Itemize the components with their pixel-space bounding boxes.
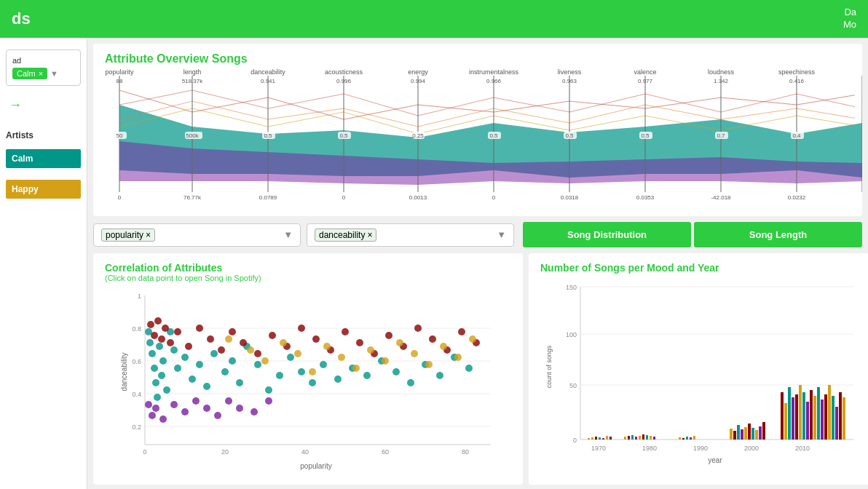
svg-text:year: year [708,456,722,464]
svg-rect-270 [802,392,805,440]
navigate-arrow[interactable]: → [6,95,81,116]
svg-point-122 [151,365,158,372]
top-bar: ds Da Mo [0,0,868,38]
svg-text:0.0318: 0.0318 [561,194,579,201]
svg-line-13 [268,94,344,108]
svg-point-132 [181,354,189,361]
svg-line-22 [192,101,268,119]
svg-point-202 [454,354,462,361]
svg-point-196 [367,346,374,354]
svg-point-198 [396,339,403,346]
bar-chart-container: Number of Songs per Mood and Year 150 10… [529,253,868,485]
svg-rect-239 [609,437,612,440]
svg-text:0.0353: 0.0353 [636,194,655,201]
svg-point-213 [225,397,232,405]
svg-rect-247 [650,436,652,440]
svg-text:danceability: danceability [120,353,128,391]
svg-text:-42.018: -42.018 [711,194,731,201]
svg-rect-235 [595,437,597,440]
scatter-container: Correlation of Attributes (Click on data… [93,253,523,485]
calm-tag-close[interactable]: × [39,69,43,78]
svg-rect-236 [599,437,601,440]
dropdown1-arrow-icon[interactable]: ▼ [283,229,293,240]
svg-rect-237 [602,438,604,440]
danceability-dropdown[interactable]: danceability × ▼ [307,223,514,247]
svg-point-139 [236,379,243,386]
svg-point-123 [152,379,159,386]
popularity-tag-close[interactable]: × [146,230,151,240]
svg-point-209 [181,408,189,416]
dropdown2-arrow-icon[interactable]: ▼ [497,229,506,240]
popularity-tag[interactable]: popularity × [101,228,155,242]
svg-point-170 [240,339,247,346]
filter-box[interactable]: ad Calm × ▼ [6,49,81,86]
svg-text:2000: 2000 [744,445,759,452]
svg-point-163 [167,339,174,346]
top-bar-right-line1: Da [843,7,856,19]
svg-point-147 [320,361,327,368]
svg-point-212 [214,412,221,419]
svg-point-197 [382,357,389,365]
svg-point-130 [170,346,178,354]
bar-chart-svg: 150 100 50 0 count of songs 1970 1980 19… [540,279,861,476]
danceability-tag[interactable]: danceability × [315,228,376,242]
svg-rect-261 [755,430,758,440]
svg-point-167 [207,335,214,343]
scatter-subtitle: (Click on data point to open Song in Spo… [105,274,511,282]
svg-point-211 [203,405,210,412]
svg-line-30 [797,108,862,119]
svg-rect-277 [828,385,831,440]
svg-rect-274 [817,387,820,440]
svg-point-216 [265,397,272,405]
svg-line-26 [494,108,569,123]
popularity-dropdown[interactable]: popularity × ▼ [93,223,301,247]
svg-point-189 [261,357,269,365]
mood-calm[interactable]: Calm [6,149,81,168]
svg-text:popularity: popularity [300,462,331,470]
danceability-tag-close[interactable]: × [367,230,372,240]
svg-point-205 [149,412,156,419]
sidebar: ad Calm × ▼ → Artists Calm Happy [0,38,87,489]
svg-rect-280 [839,392,842,440]
song-distribution-tab[interactable]: Song Distribution [523,222,691,247]
svg-point-124 [154,394,161,401]
svg-line-11 [119,90,192,105]
svg-point-159 [151,332,158,339]
svg-rect-268 [795,394,798,440]
svg-point-161 [158,335,165,343]
tab-buttons: Song Distribution Song Length [523,222,862,247]
svg-text:0.8: 0.8 [132,325,141,333]
svg-rect-243 [635,437,637,440]
svg-rect-273 [813,396,816,440]
svg-point-166 [196,325,203,332]
svg-line-25 [418,108,494,127]
svg-rect-233 [588,438,590,440]
svg-line-28 [645,105,721,119]
svg-point-144 [287,354,294,361]
scatter-svg: 1 0.8 0.6 0.4 0.2 0 20 40 60 80 danceabi… [105,288,505,470]
svg-point-160 [154,317,162,325]
mood-happy[interactable]: Happy [6,180,81,199]
svg-rect-242 [631,435,634,440]
svg-line-23 [268,108,344,119]
dropdown-arrow-icon[interactable]: ▼ [50,69,58,78]
svg-rect-254 [730,429,733,440]
svg-text:danceability: danceability [250,68,285,76]
svg-point-136 [210,350,218,357]
svg-point-192 [309,368,316,375]
svg-rect-251 [686,437,688,440]
svg-text:0.7: 0.7 [717,132,725,139]
svg-rect-260 [751,428,754,440]
svg-line-40 [797,116,862,127]
svg-text:50: 50 [117,132,123,139]
svg-point-177 [342,328,349,335]
svg-point-175 [312,335,320,343]
svg-line-9 [721,98,797,105]
calm-tag[interactable]: Calm × [12,68,47,79]
artists-label: Artists [6,130,81,140]
svg-text:150: 150 [566,284,577,291]
song-length-tab[interactable]: Song Length [694,222,862,247]
svg-text:count of songs: count of songs [545,345,553,388]
svg-text:0.941: 0.941 [261,78,276,84]
svg-text:0.4: 0.4 [792,132,801,139]
